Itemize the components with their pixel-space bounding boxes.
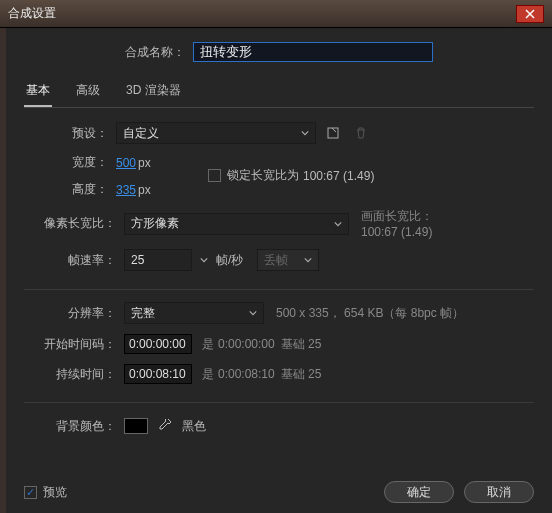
frame-aspect-value: 100:67 (1.49) (361, 225, 433, 239)
trash-icon (354, 126, 368, 140)
framerate-label: 帧速率： (24, 252, 116, 269)
delete-preset-button[interactable] (350, 122, 372, 144)
chevron-down-icon (334, 220, 342, 228)
par-value: 方形像素 (131, 215, 179, 232)
tab-renderer[interactable]: 3D 渲染器 (124, 78, 183, 107)
save-preset-button[interactable] (322, 122, 344, 144)
chevron-down-icon (304, 256, 312, 264)
comp-name-label: 合成名称： (125, 44, 185, 61)
width-unit: px (138, 156, 151, 170)
bgcolor-swatch[interactable] (124, 418, 148, 434)
duration-base: 0:00:08:10 (218, 367, 275, 381)
resolution-value: 完整 (131, 305, 155, 322)
dialog-title: 合成设置 (8, 5, 56, 22)
lock-aspect-ratio: 100:67 (1.49) (303, 169, 374, 183)
height-unit: px (138, 183, 151, 197)
lock-aspect-checkbox[interactable] (208, 169, 221, 182)
resolution-label: 分辨率： (24, 305, 116, 322)
height-label: 高度： (48, 181, 108, 198)
preset-label: 预设： (48, 125, 108, 142)
starttc-base: 0:00:00:00 (218, 337, 275, 351)
starttc-label: 开始时间码： (24, 336, 116, 353)
starttc-basis: 基础 25 (281, 336, 322, 353)
starttc-input[interactable] (124, 334, 192, 354)
par-label: 像素长宽比： (24, 215, 116, 232)
ok-button[interactable]: 确定 (384, 481, 454, 503)
chevron-down-icon (301, 129, 309, 137)
bgcolor-name: 黑色 (182, 418, 206, 435)
frame-aspect-label: 画面长宽比： (361, 208, 433, 225)
resolution-select[interactable]: 完整 (124, 302, 264, 324)
cancel-button[interactable]: 取消 (464, 481, 534, 503)
duration-basis: 基础 25 (281, 366, 322, 383)
close-icon (525, 9, 535, 19)
save-preset-icon (326, 126, 340, 140)
dropframe-select: 丢帧 (257, 249, 319, 271)
chevron-down-icon (200, 256, 208, 264)
framerate-value: 25 (131, 253, 144, 267)
duration-input[interactable] (124, 364, 192, 384)
comp-name-input[interactable] (193, 42, 433, 62)
tab-advanced[interactable]: 高级 (74, 78, 102, 107)
chevron-down-icon (249, 309, 257, 317)
tab-basic[interactable]: 基本 (24, 78, 52, 107)
framerate-select[interactable]: 25 (124, 249, 192, 271)
frame-aspect: 画面长宽比： 100:67 (1.49) (361, 208, 433, 239)
duration-is: 是 (202, 366, 214, 383)
resolution-info: 500 x 335， 654 KB（每 8bpc 帧） (276, 305, 464, 322)
starttc-is: 是 (202, 336, 214, 353)
preview-checkbox[interactable] (24, 486, 37, 499)
height-input[interactable]: 335 (116, 183, 136, 197)
duration-label: 持续时间： (24, 366, 116, 383)
eyedropper-button[interactable] (154, 415, 176, 437)
width-input[interactable]: 500 (116, 156, 136, 170)
bgcolor-label: 背景颜色： (24, 418, 116, 435)
preset-value: 自定义 (123, 125, 159, 142)
framerate-unit: 帧/秒 (216, 252, 243, 269)
preview-label: 预览 (43, 484, 67, 501)
eyedropper-icon (158, 419, 172, 433)
dropframe-value: 丢帧 (264, 252, 288, 269)
close-button[interactable] (516, 5, 544, 23)
preset-select[interactable]: 自定义 (116, 122, 316, 144)
width-label: 宽度： (48, 154, 108, 171)
par-select[interactable]: 方形像素 (124, 213, 349, 235)
lock-aspect-label: 锁定长宽比为 (227, 167, 299, 184)
